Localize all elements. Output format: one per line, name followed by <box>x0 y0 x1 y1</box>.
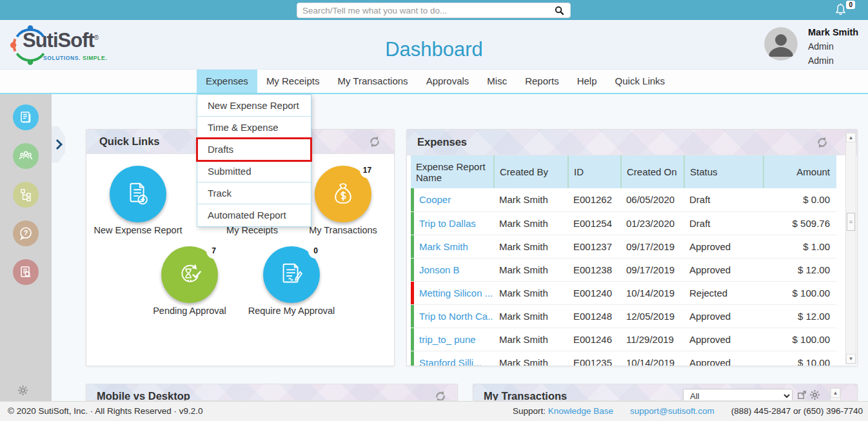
expense-name-link[interactable]: Trip to Dallas <box>411 211 494 235</box>
footer: © 2020 SutiSoft, Inc. · All Rights Reser… <box>0 401 868 421</box>
expense-name-link[interactable]: Stanford Silli... <box>411 351 494 366</box>
expense-row: Cooper Mark Smith E001262 06/05/2020 Dra… <box>411 188 836 211</box>
expense-name-link[interactable]: Mark Smith <box>411 235 494 258</box>
scroll-thumb[interactable]: ≡ <box>847 213 855 231</box>
quicklink-label[interactable]: Pending Approval <box>132 306 248 316</box>
sidebar-item-documents[interactable] <box>13 104 39 130</box>
document-search-icon <box>19 265 33 279</box>
notifications-button[interactable]: 0 <box>833 2 850 19</box>
menu-item[interactable]: Drafts <box>197 139 311 161</box>
quicklink-my-transactions[interactable]: 17 <box>315 166 371 222</box>
menu-item[interactable]: Time & Expense <box>197 117 311 139</box>
nav-item[interactable]: Quick Links <box>606 70 675 93</box>
expense-id: E001240 <box>568 281 621 304</box>
menu-item[interactable]: Track <box>197 182 311 204</box>
my-transactions-title: My Transactions <box>484 390 567 401</box>
expense-amount: $ 10.00 <box>764 351 836 366</box>
refresh-icon[interactable] <box>434 390 447 402</box>
mobile-vs-desktop-panel: Mobile vs Desktop <box>86 384 458 401</box>
col-created-by[interactable]: Created By <box>494 155 568 188</box>
col-expense-report-name[interactable]: Expense Report Name <box>411 155 494 188</box>
expense-created-by: Mark Smith <box>494 351 568 366</box>
scroll-down-arrow[interactable]: ▼ <box>846 354 856 364</box>
search-input[interactable] <box>302 6 553 15</box>
expense-id: E001248 <box>568 304 621 328</box>
settings-icon[interactable] <box>810 390 820 400</box>
pending-approval-icon <box>175 260 204 289</box>
nav-item[interactable]: My Receipts <box>257 70 329 93</box>
expense-created-on: 01/23/2020 <box>621 211 684 235</box>
expense-id: E001235 <box>568 351 621 366</box>
hierarchy-icon <box>19 188 33 202</box>
main-nav: ExpensesMy ReceiptsMy TransactionsApprov… <box>197 70 674 93</box>
expense-row: Metting Silicon ... Mark Smith E001240 1… <box>411 281 836 304</box>
nav-item[interactable]: Expenses <box>197 70 257 93</box>
search-icon[interactable] <box>553 5 565 16</box>
expense-created-by: Mark Smith <box>494 328 568 351</box>
expenses-panel: Expenses Expense Report Name Created By … <box>406 129 858 366</box>
menu-item[interactable]: New Expense Report <box>197 95 311 117</box>
expense-name-link[interactable]: Cooper <box>411 188 494 211</box>
refresh-icon[interactable] <box>368 135 381 148</box>
support-email-link[interactable]: support@sutisoft.com <box>630 402 715 421</box>
sidebar-item-hierarchy[interactable] <box>13 182 39 208</box>
signature-document-icon <box>277 260 306 289</box>
user-role: Admin <box>808 41 834 52</box>
expense-name-link[interactable]: Metting Silicon ... <box>411 281 494 304</box>
help-icon: ? <box>18 226 34 241</box>
expense-row: Stanford Silli... Mark Smith E001235 10/… <box>411 351 836 366</box>
expense-status: Rejected <box>684 281 764 304</box>
col-status[interactable]: Status <box>684 155 764 188</box>
nav-item[interactable]: Misc <box>478 70 516 93</box>
nav-item[interactable]: Approvals <box>417 70 478 93</box>
sidebar-settings-button[interactable] <box>18 386 28 395</box>
sidebar-item-help[interactable]: ? <box>13 220 39 246</box>
menu-item[interactable]: Automated Report <box>197 204 311 226</box>
expense-created-by: Mark Smith <box>494 281 568 304</box>
nav-item[interactable]: Reports <box>516 70 568 93</box>
menu-item[interactable]: Submitted <box>197 161 311 182</box>
gear-icon <box>18 386 28 395</box>
badge: 7 <box>206 244 221 259</box>
col-id[interactable]: ID <box>568 155 621 188</box>
expense-name-link[interactable]: trip_to_ pune <box>411 328 494 351</box>
expense-amount: $ 0.00 <box>764 188 836 211</box>
expense-created-by: Mark Smith <box>494 258 568 281</box>
svg-text:?: ? <box>24 229 28 237</box>
scroll-up-arrow[interactable]: ▲ <box>831 388 840 398</box>
sidebar-item-users[interactable] <box>13 143 39 169</box>
user-department: Admin <box>808 55 834 66</box>
quicklink-label[interactable]: New Expense Report <box>86 225 196 235</box>
quicklink-label[interactable]: Require My Approval <box>233 306 350 316</box>
transactions-scrollbar[interactable]: ▲ <box>830 387 841 401</box>
sidebar-item-audit[interactable] <box>13 259 39 285</box>
expense-created-by: Mark Smith <box>494 188 568 211</box>
expense-created-by: Mark Smith <box>494 235 568 258</box>
new-expense-report-icon <box>123 179 153 209</box>
page-title: Dashboard <box>0 38 868 61</box>
scroll-up-arrow[interactable]: ▲ <box>846 133 856 142</box>
col-created-on[interactable]: Created On <box>621 155 684 188</box>
copyright-text: © 2020 SutiSoft, Inc. · All Rights Reser… <box>8 402 203 421</box>
avatar[interactable] <box>764 27 798 61</box>
expense-created-on: 10/14/2019 <box>621 351 684 366</box>
table-header-row: Expense Report Name Created By ID Create… <box>411 155 836 188</box>
chevron-right-icon <box>55 139 63 150</box>
expense-name-link[interactable]: Jonson B <box>411 258 494 281</box>
knowledge-base-link[interactable]: Knowledge Base <box>548 406 613 416</box>
sutisoft-logo[interactable]: SutiSoft® SOLUTIONS. SIMPLE. <box>9 24 125 69</box>
transactions-filter-select[interactable]: All <box>683 389 793 401</box>
quicklink-require-my-approval[interactable]: 0 <box>263 246 320 303</box>
nav-item[interactable]: My Transactions <box>328 70 417 93</box>
nav-item[interactable]: Help <box>568 70 606 93</box>
quicklink-new-expense-report[interactable] <box>110 166 166 222</box>
documents-icon <box>19 110 33 124</box>
expenses-scrollbar[interactable]: ▲ ≡ ▼ <box>845 132 856 364</box>
refresh-icon[interactable] <box>816 136 829 149</box>
expense-name-link[interactable]: Trip to North Ca... <box>411 304 494 328</box>
expense-amount: $ 509.76 <box>764 211 836 235</box>
quicklink-pending-approval[interactable]: 7 <box>161 246 218 303</box>
col-amount[interactable]: Amount <box>764 155 836 188</box>
export-icon[interactable] <box>797 390 807 400</box>
expense-status: Approved <box>684 328 764 351</box>
